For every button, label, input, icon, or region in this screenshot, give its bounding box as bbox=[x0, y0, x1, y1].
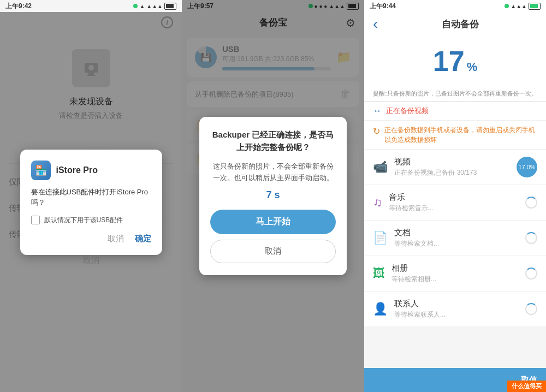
dialog-checkbox-label: 默认情况下用于该USB配件 bbox=[44, 216, 123, 225]
docs-name: 文档 bbox=[394, 228, 525, 238]
status-bar-3: 上午9:44 ▲▲▲ bbox=[364, 0, 546, 12]
contacts-spinner bbox=[525, 303, 537, 315]
docs-info: 文档 等待检索文档... bbox=[394, 228, 525, 248]
dialog-cancel-button[interactable]: 取消 bbox=[108, 234, 124, 244]
video-status-text: 正在备份视频 bbox=[386, 106, 429, 116]
photo-name: 相册 bbox=[391, 263, 525, 274]
video-backup-status: ↔ 正在备份视频 bbox=[364, 102, 546, 121]
backuper-title: Backuper 已经正确连接，是否马上开始完整备份呢？ bbox=[210, 129, 336, 153]
battery-icon-1 bbox=[164, 3, 176, 10]
istore-dialog-overlay: 🏪 iStore Pro 要在连接此USB配件时打开iStore Pro吗？ 默… bbox=[0, 12, 182, 392]
time-3: 上午9:44 bbox=[370, 2, 396, 11]
docs-sub: 等待检索文档... bbox=[394, 239, 525, 248]
music-sub: 等待检索音乐... bbox=[389, 204, 526, 213]
dialog-header: 🏪 iStore Pro bbox=[31, 161, 151, 180]
music-spinner bbox=[525, 197, 537, 209]
istore-dialog-message: 要在连接此USB配件时打开iStore Pro吗？ bbox=[31, 187, 151, 208]
back-button[interactable]: ‹ bbox=[373, 16, 378, 32]
status-icons-3: ▲▲▲ bbox=[505, 3, 541, 10]
backuper-cancel-button[interactable]: 取消 bbox=[210, 240, 336, 263]
backuper-dialog: Backuper 已经正确连接，是否马上开始完整备份呢？ 这只备份新的照片，不会… bbox=[199, 117, 347, 275]
backuper-dialog-overlay: Backuper 已经正确连接，是否马上开始完整备份呢？ 这只备份新的照片，不会… bbox=[182, 0, 364, 392]
panel3-header: ‹ 自动备份 bbox=[364, 12, 546, 36]
spacer bbox=[364, 327, 546, 368]
photo-spinner bbox=[525, 268, 537, 280]
big-percent: 17 % bbox=[433, 45, 477, 78]
backup-item-docs: 📄 文档 等待检索文档... bbox=[364, 221, 546, 256]
contacts-sub: 等待检索联系人... bbox=[394, 310, 525, 319]
green-dot-icon bbox=[133, 4, 138, 8]
video-progress-badge: 17.0% bbox=[517, 157, 537, 177]
docs-icon: 📄 bbox=[373, 231, 388, 245]
phone-panel-1: 上午9:42 ▲ ▲▲▲ i 未发现设备 请检查是否插入 bbox=[0, 0, 182, 392]
warning-text: 提醒:只备份新的照片，已备过图片不会全部再重新备份一次。 bbox=[364, 86, 546, 102]
wifi-icon: ▲ bbox=[139, 3, 145, 9]
battery-icon-3 bbox=[529, 3, 541, 10]
backup-item-photo: 🖼 相册 等待检索相册... bbox=[364, 256, 546, 292]
time-1: 上午9:42 bbox=[5, 2, 32, 11]
contacts-icon: 👤 bbox=[373, 302, 388, 316]
photo-sub: 等待检索相册... bbox=[391, 275, 525, 284]
photo-info: 相册 等待检索相册... bbox=[391, 263, 525, 284]
phone-panel-2: 上午9:57 ● ● ● ▲▲▲ 备份宝 ⚙ 💾 USB 可用:191.9GB bbox=[182, 0, 364, 392]
warning-message: 正在备份数据到手机或者设备，请勿重启或关闭手机以免造成数据损坏 bbox=[384, 125, 537, 145]
backup-items-list: 📹 视频 正在备份视频,已备份 30/173 17.0% ♫ 音乐 等待检索音乐… bbox=[364, 150, 546, 327]
dialog-buttons: 取消 确定 bbox=[31, 234, 151, 244]
docs-spinner bbox=[525, 232, 537, 244]
backup-item-contacts: 👤 联系人 等待检索联系人... bbox=[364, 292, 546, 327]
contacts-name: 联系人 bbox=[394, 299, 525, 309]
warning-row: ↻ 正在备份数据到手机或者设备，请勿重启或关闭手机以免造成数据损坏 bbox=[364, 121, 546, 150]
bottom-bar: 取值 什么值得买 bbox=[364, 368, 546, 392]
photo-icon: 🖼 bbox=[373, 266, 385, 281]
music-name: 音乐 bbox=[389, 192, 526, 203]
backuper-timer: 7 s bbox=[210, 189, 336, 201]
signal-icon-3: ▲▲▲ bbox=[511, 3, 527, 9]
dialog-confirm-button[interactable]: 确定 bbox=[135, 234, 151, 244]
watermark: 什么值得买 bbox=[507, 381, 546, 392]
phone-panel-3: 上午9:44 ▲▲▲ ‹ 自动备份 17 % 提醒:只备份新的照片，已备过图片不… bbox=[364, 0, 546, 392]
status-icons-1: ▲ ▲▲▲ bbox=[133, 3, 176, 10]
backup-item-music: ♫ 音乐 等待检索音乐... bbox=[364, 185, 546, 221]
status-bar-1: 上午9:42 ▲ ▲▲▲ bbox=[0, 0, 182, 12]
percent-number: 17 bbox=[433, 45, 465, 78]
video-info: 视频 正在备份视频,已备份 30/173 bbox=[394, 157, 517, 177]
green-dot-3 bbox=[505, 4, 509, 8]
backuper-body: 这只备份新的照片，不会全部重新备份一次。也可以稍后从主界面手动启动。 bbox=[210, 161, 336, 184]
music-info: 音乐 等待检索音乐... bbox=[389, 192, 526, 213]
istore-dialog-box: 🏪 iStore Pro 要在连接此USB配件时打开iStore Pro吗？ 默… bbox=[20, 150, 162, 255]
music-icon: ♫ bbox=[373, 195, 382, 210]
progress-section: 17 % bbox=[364, 36, 546, 86]
istore-app-icon: 🏪 bbox=[31, 161, 51, 180]
video-icon: 📹 bbox=[373, 160, 388, 174]
warning-icon: ↻ bbox=[373, 126, 380, 136]
backuper-start-button[interactable]: 马上开始 bbox=[210, 210, 336, 234]
video-sub: 正在备份视频,已备份 30/173 bbox=[394, 168, 517, 177]
istore-icon-symbol: 🏪 bbox=[35, 164, 47, 176]
video-name: 视频 bbox=[394, 157, 517, 167]
panel1-content: i 未发现设备 请检查是否插入设备 USB 的用途 仅限充电 传输文件（MTP）… bbox=[0, 12, 182, 392]
backup-item-video: 📹 视频 正在备份视频,已备份 30/173 17.0% bbox=[364, 150, 546, 185]
signal-icon: ▲▲▲ bbox=[146, 3, 163, 9]
istore-app-name: iStore Pro bbox=[56, 165, 98, 175]
backup-video-icon: ↔ bbox=[373, 106, 382, 116]
dialog-checkbox-row: 默认情况下用于该USB配件 bbox=[31, 216, 151, 225]
panel3-title: 自动备份 bbox=[383, 18, 537, 31]
dialog-checkbox[interactable] bbox=[31, 216, 40, 224]
percent-sign: % bbox=[467, 60, 478, 74]
contacts-info: 联系人 等待检索联系人... bbox=[394, 299, 525, 319]
